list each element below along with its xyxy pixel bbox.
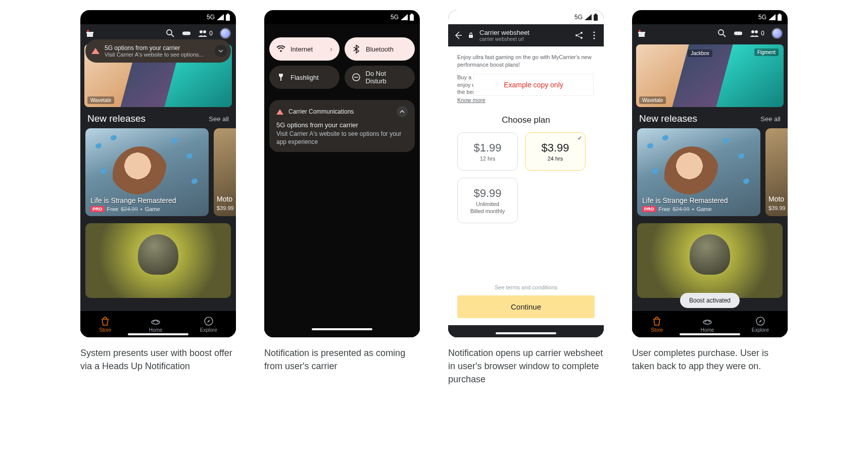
hun-text: 5G options from your carrier Visit Carri… [105, 44, 204, 58]
see-all-link[interactable]: See all [760, 115, 781, 123]
svg-line-24 [577, 33, 581, 35]
share-icon[interactable] [574, 31, 584, 40]
caption-1: System presents user with boost offer vi… [80, 346, 236, 373]
boost-toast: Boost activated [680, 293, 740, 308]
nav-explore[interactable]: Explore [752, 316, 769, 333]
nav-store[interactable]: Store [99, 316, 111, 333]
more-icon[interactable] [590, 31, 599, 40]
back-icon[interactable] [453, 31, 462, 40]
qs-internet[interactable]: Internet › [269, 37, 340, 61]
example-copy-overlay: Example copy only [473, 74, 594, 96]
svg-rect-32 [638, 32, 645, 33]
price-2: $39.99 [217, 205, 234, 211]
search-icon[interactable] [717, 29, 727, 38]
plan-option-2[interactable]: ✓ $3.99 24 hrs [525, 132, 586, 171]
price-2: $39.99 [768, 205, 786, 211]
gesture-handle[interactable] [680, 333, 740, 335]
pro-badge: PRO [90, 206, 105, 212]
gift-icon[interactable] [637, 29, 646, 38]
hero-title-1: Wavetale [87, 96, 114, 104]
qs-dnd[interactable]: Do Not Disturb [345, 66, 415, 89]
terms-link[interactable]: See terms and conditions [457, 284, 595, 290]
price-strike: $24.99 [672, 206, 690, 212]
gesture-handle[interactable] [312, 328, 372, 330]
nav-explore[interactable]: Explore [200, 316, 217, 333]
controller-icon[interactable] [182, 29, 191, 38]
flow-row: 5G 5G options from your carrier Visit Ca… [10, 10, 858, 386]
search-icon[interactable] [166, 29, 175, 38]
intro-1: Enjoy ultra fast gaming on the go with M… [457, 54, 595, 69]
game-card-3[interactable] [637, 223, 783, 298]
gesture-handle[interactable] [128, 333, 188, 335]
collapse-icon[interactable] [397, 106, 408, 117]
notification-title: 5G options from your carrier [276, 121, 408, 129]
qs-fl-label: Flashlight [291, 74, 319, 81]
section-title: New releases [639, 113, 697, 124]
dnd-icon [352, 73, 361, 82]
svg-rect-4 [87, 33, 93, 37]
game-card-2[interactable]: Moto $39.99 [214, 128, 236, 216]
phone-3: 5G Carrier websheet carrier websheet url [448, 10, 604, 337]
notification-card[interactable]: Carrier Communications 5G options from y… [269, 100, 415, 152]
nav-store[interactable]: Store [651, 316, 663, 333]
choose-plan-heading: Choose plan [457, 115, 595, 125]
signal-icon [768, 14, 776, 20]
websheet: Carrier websheet carrier websheet url En… [448, 24, 604, 337]
friends-count[interactable]: 0 [198, 30, 213, 37]
game-title: Life is Strange Remastered [90, 196, 204, 205]
gift-icon[interactable] [85, 29, 94, 38]
svg-rect-1 [227, 14, 229, 15]
plan-grid: $1.99 12 hrs ✓ $3.99 24 hrs $9.99 Unlimi… [457, 132, 595, 223]
qs-bluetooth[interactable]: Bluetooth [345, 37, 415, 61]
plan-option-3[interactable]: $9.99 Unlimited Billed monthly [457, 178, 518, 223]
explore-icon [755, 316, 765, 326]
see-all-link[interactable]: See all [209, 115, 229, 123]
hero-carousel[interactable]: Wavetale Jackbox Figment [636, 44, 784, 107]
price-free: Free [107, 206, 119, 212]
svg-point-39 [703, 320, 711, 324]
friends-count[interactable]: 0 [750, 30, 764, 37]
battery-icon [778, 14, 782, 21]
hun-body: Visit Carrier A's website to see options… [105, 52, 204, 58]
pro-badge: PRO [642, 206, 656, 212]
svg-line-35 [723, 34, 726, 37]
game-card-2[interactable]: Moto $39.99 [765, 128, 788, 216]
status-bar: 5G [448, 10, 604, 24]
svg-rect-36 [734, 31, 742, 35]
svg-point-21 [581, 32, 583, 34]
nav-home[interactable]: Home [701, 316, 714, 333]
nav-home[interactable]: Home [149, 316, 163, 333]
websheet-toolbar: Carrier websheet carrier websheet url [448, 24, 604, 46]
websheet-body: Enjoy ultra fast gaming on the go with M… [448, 46, 604, 325]
game-card-1[interactable]: Life is Strange Remastered PRO Free $24.… [85, 128, 209, 216]
section-header: New releases See all [632, 111, 788, 128]
hero-title-2: Jackbox [688, 49, 712, 57]
controller-icon[interactable] [734, 29, 743, 38]
svg-point-28 [593, 37, 595, 39]
phone-2: 5G Internet › Bluetooth [264, 10, 420, 337]
gesture-handle[interactable] [496, 332, 556, 334]
game-card-1[interactable]: Life is Strange Remastered PRO Free $24.… [637, 128, 760, 216]
avatar[interactable] [771, 28, 783, 39]
continue-button[interactable]: Continue [457, 295, 595, 318]
status-bar: 5G [632, 10, 788, 24]
expand-icon[interactable] [215, 45, 227, 57]
col-4: 5G 0 Wavetale Jackb [632, 10, 788, 373]
heads-up-notification[interactable]: 5G options from your carrier Visit Carri… [85, 39, 231, 63]
know-more-link[interactable]: Know more [457, 97, 595, 103]
category: Game [697, 206, 712, 212]
check-icon: ✓ [577, 135, 582, 141]
plan-option-1[interactable]: $1.99 12 hrs [457, 132, 518, 171]
signal-icon [217, 14, 224, 20]
price-free: Free [659, 206, 670, 212]
svg-point-9 [203, 30, 206, 33]
storefront: 0 Wavetale Jackbox Figment New releases … [632, 24, 788, 337]
svg-rect-18 [594, 15, 598, 21]
qs-flashlight[interactable]: Flashlight [269, 66, 340, 89]
home-icon [151, 316, 161, 326]
avatar[interactable] [220, 28, 231, 39]
svg-rect-33 [639, 33, 645, 37]
col-2: 5G Internet › Bluetooth [264, 10, 420, 373]
svg-point-5 [167, 30, 172, 35]
game-card-3[interactable] [85, 223, 231, 298]
